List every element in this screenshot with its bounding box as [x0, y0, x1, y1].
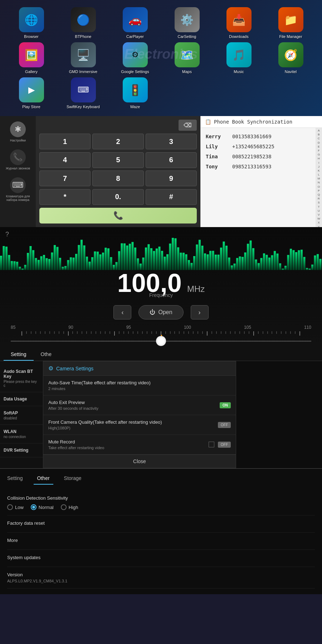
alpha-r[interactable]: R: [318, 197, 320, 201]
collision-normal-option[interactable]: Normal: [31, 504, 54, 510]
sidebar-item-calls[interactable]: 📞 Журнал звонков: [6, 149, 30, 170]
more-row[interactable]: More: [7, 533, 315, 550]
alpha-p[interactable]: P: [318, 189, 319, 193]
sidebar-item-keyboard[interactable]: ⌨ Клавиатура для набора номера: [2, 177, 34, 202]
frontquality-value: High(1080P): [48, 426, 162, 430]
sidebar-item-bluetooth[interactable]: ✱ Настройки: [10, 121, 26, 142]
alpha-e[interactable]: E: [318, 145, 319, 149]
app-gmd[interactable]: 🖥️ GMD Immersive: [59, 42, 107, 74]
svg-rect-35: [94, 251, 96, 270]
alpha-m[interactable]: M: [318, 177, 320, 181]
collision-low-option[interactable]: Low: [7, 504, 24, 510]
dial-3[interactable]: 3: [146, 134, 197, 149]
sidebar-dvr-setting[interactable]: DVR Setting: [0, 443, 43, 457]
app-browser[interactable]: 🌐 Browser: [7, 7, 55, 39]
muterecord-checkbox[interactable]: [209, 442, 214, 447]
app-navitel[interactable]: 🧭 Navitel: [267, 42, 315, 74]
dial-1[interactable]: 1: [39, 134, 91, 149]
tab-other[interactable]: Othe: [34, 349, 59, 361]
app-gallery[interactable]: 🖼️ Gallery: [7, 42, 55, 74]
sidebar-audo-scan[interactable]: Audo Scan BT Key Please press the key c: [0, 365, 43, 392]
dvr-tab-storage[interactable]: Storage: [60, 472, 85, 485]
app-maps[interactable]: 🗺️ Maps: [163, 42, 211, 74]
radio-slider[interactable]: [11, 336, 311, 346]
contact-lily[interactable]: Lily +1352465685225: [206, 141, 311, 152]
muterecord-toggle[interactable]: OFF: [218, 442, 231, 448]
factory-reset-row[interactable]: Factory data reset: [7, 515, 315, 533]
sidebar-wlan[interactable]: WLAN no connection: [0, 425, 43, 443]
collision-label: Collision Detection Sensitivity: [7, 495, 315, 501]
googlesettings-label: Google Settings: [121, 69, 149, 74]
alpha-b[interactable]: B: [318, 133, 319, 136]
alpha-v[interactable]: V: [318, 213, 319, 217]
autoexit-toggle[interactable]: ON: [220, 402, 231, 408]
app-googlesettings[interactable]: ⚙ Google Settings: [111, 42, 159, 74]
alpha-h[interactable]: H: [318, 157, 320, 160]
muterecord-text: Mute Record Take effect after restarting…: [48, 439, 209, 450]
sidebar-softap[interactable]: SoftAP disabled: [0, 406, 43, 425]
app-carsetting[interactable]: ⚙️ CarSetting: [163, 7, 211, 39]
app-carplayer[interactable]: 🚗 CarPlayer: [111, 7, 159, 39]
dial-2[interactable]: 2: [92, 134, 143, 149]
slider-thumb[interactable]: [156, 336, 166, 346]
dial-9[interactable]: 9: [146, 170, 197, 186]
contact-kerry[interactable]: Kerry 0013583361669: [206, 131, 311, 141]
app-music[interactable]: 🎵 Music: [215, 42, 263, 74]
radio-open-label: Open: [158, 309, 172, 316]
alpha-f[interactable]: F: [318, 149, 320, 153]
radio-next-button[interactable]: ›: [191, 305, 209, 319]
alpha-t[interactable]: T: [318, 205, 320, 209]
tab-setting[interactable]: Setting: [4, 349, 34, 361]
alpha-i[interactable]: I: [318, 161, 319, 165]
alpha-o[interactable]: O: [318, 185, 320, 189]
app-btphone[interactable]: 🔵 BTPhone: [59, 7, 107, 39]
sidebar-data-usage[interactable]: Data Usage: [0, 392, 43, 406]
app-playstore[interactable]: ▶ Play Store: [7, 77, 55, 109]
radio-spectrum: // Generate spectrum bars const svgEl = …: [0, 234, 322, 270]
dial-hash[interactable]: #: [146, 189, 197, 205]
frontquality-toggle[interactable]: OFF: [218, 422, 231, 428]
dial-8[interactable]: 8: [92, 170, 143, 186]
alpha-j[interactable]: J: [318, 165, 319, 169]
alpha-l[interactable]: L: [318, 173, 319, 177]
dial-7[interactable]: 7: [39, 170, 91, 186]
cam-close-button[interactable]: Close: [43, 455, 236, 468]
backspace-button[interactable]: ⌫: [179, 120, 197, 131]
app-swiftkey[interactable]: ⌨ SwiftKey Keyboard: [59, 77, 107, 109]
contact-name-lily: Lily: [206, 144, 231, 149]
call-button[interactable]: 📞: [39, 208, 197, 224]
dial-5[interactable]: 5: [92, 152, 143, 168]
dvr-tab-setting[interactable]: Setting: [4, 472, 26, 485]
svg-rect-12: [32, 250, 34, 270]
tick-48: [244, 331, 245, 334]
app-waze[interactable]: 🚦 Waze: [111, 77, 159, 109]
collision-high-option[interactable]: High: [61, 504, 78, 510]
contact-tina[interactable]: Tina 0085221985238: [206, 152, 311, 162]
alpha-u[interactable]: U: [318, 209, 320, 213]
dvr-content: Collision Detection Sensitivity Low Norm…: [0, 485, 322, 594]
alpha-a[interactable]: A: [318, 129, 319, 133]
alpha-g[interactable]: G: [318, 153, 320, 157]
alpha-q[interactable]: Q: [318, 193, 320, 197]
dial-star[interactable]: *: [39, 189, 91, 205]
dial-6[interactable]: 6: [146, 152, 197, 168]
tick-41: [211, 331, 212, 334]
app-downloads[interactable]: 📥 Downloads: [215, 7, 263, 39]
alpha-s[interactable]: S: [318, 201, 319, 205]
alpha-w[interactable]: W: [317, 217, 320, 221]
alpha-c[interactable]: C: [318, 136, 320, 140]
dvr-tab-other[interactable]: Other: [34, 472, 53, 485]
contact-tony[interactable]: Tony 0985213316593: [206, 162, 311, 172]
radio-open-button[interactable]: ⏻ Open: [138, 305, 183, 319]
alpha-k[interactable]: K: [318, 169, 319, 173]
cam-frontquality: Front Camera Quality(Take effect after r…: [43, 415, 236, 435]
alpha-x[interactable]: X: [318, 221, 319, 225]
dial-0[interactable]: 0.: [92, 189, 143, 205]
dial-4[interactable]: 4: [39, 152, 91, 168]
system-updates-row[interactable]: System updates: [7, 550, 315, 567]
alpha-d[interactable]: D: [318, 141, 320, 145]
radio-prev-button[interactable]: ‹: [113, 305, 131, 319]
svg-rect-75: [201, 246, 204, 270]
app-filemanager[interactable]: 📁 File Manager: [267, 7, 315, 39]
alpha-n[interactable]: N: [318, 181, 320, 184]
